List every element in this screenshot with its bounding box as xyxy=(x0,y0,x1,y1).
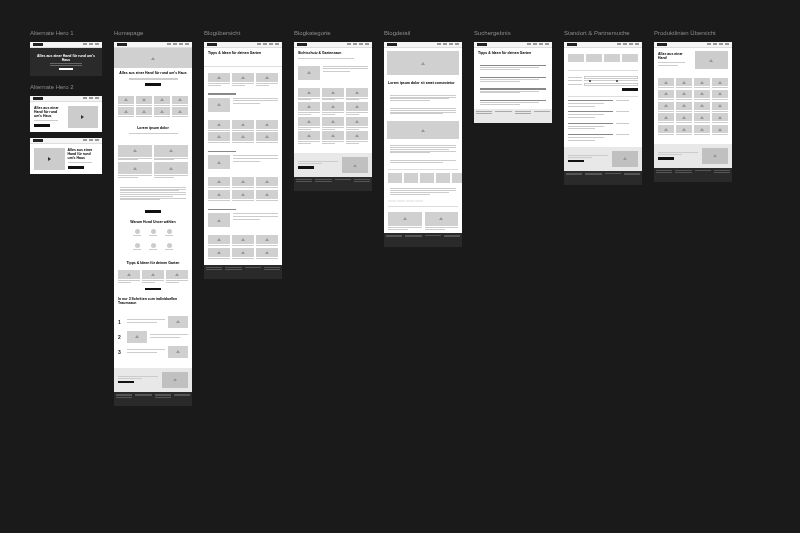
blog-card[interactable] xyxy=(256,177,278,188)
blog-card[interactable] xyxy=(208,120,230,131)
product-card[interactable] xyxy=(172,107,188,117)
product-card[interactable] xyxy=(658,125,674,135)
product-card[interactable] xyxy=(694,90,710,100)
tag[interactable] xyxy=(406,200,414,202)
search-result[interactable] xyxy=(474,85,552,97)
product-card[interactable] xyxy=(136,96,152,106)
search-result[interactable] xyxy=(474,74,552,86)
cta-button[interactable] xyxy=(145,288,161,291)
brand-logo[interactable] xyxy=(604,54,620,62)
related-post[interactable] xyxy=(388,212,422,230)
product-card[interactable] xyxy=(172,96,188,106)
image-carousel[interactable] xyxy=(384,171,462,185)
tag[interactable] xyxy=(415,200,423,202)
partner-result[interactable] xyxy=(564,132,642,143)
related-post[interactable] xyxy=(425,212,459,230)
carousel-item[interactable] xyxy=(404,173,418,183)
brand-logo[interactable] xyxy=(568,54,584,62)
blog-card[interactable] xyxy=(208,132,230,143)
blog-card[interactable] xyxy=(142,270,164,283)
product-card[interactable] xyxy=(658,90,674,100)
product-card[interactable] xyxy=(658,78,674,88)
blog-card[interactable] xyxy=(232,235,254,246)
search-result[interactable] xyxy=(474,62,552,74)
carousel-item[interactable] xyxy=(436,173,450,183)
featured-post[interactable] xyxy=(204,96,282,114)
carousel-item[interactable] xyxy=(452,173,462,183)
blog-card[interactable] xyxy=(256,190,278,201)
blog-card[interactable] xyxy=(232,190,254,201)
search-button[interactable] xyxy=(622,88,638,91)
cta-button[interactable] xyxy=(145,210,161,213)
artboard-alt-hero-3[interactable]: Alles aus einer Hand für rund um's Haus xyxy=(30,138,102,174)
product-card[interactable] xyxy=(118,96,134,106)
product-card[interactable] xyxy=(694,113,710,123)
blog-card[interactable] xyxy=(346,131,368,144)
blog-card[interactable] xyxy=(346,102,368,115)
partner-result[interactable] xyxy=(564,98,642,109)
search-result[interactable] xyxy=(474,97,552,109)
blog-card[interactable] xyxy=(322,131,344,144)
product-card[interactable] xyxy=(118,107,134,117)
feature-card[interactable] xyxy=(118,145,152,161)
tab[interactable]: ··· xyxy=(218,61,220,64)
blog-card[interactable] xyxy=(166,270,188,283)
product-card[interactable] xyxy=(676,113,692,123)
blog-card[interactable] xyxy=(232,73,254,86)
product-card[interactable] xyxy=(712,125,728,135)
blog-card[interactable] xyxy=(232,132,254,143)
blog-card[interactable] xyxy=(256,248,278,259)
product-card[interactable] xyxy=(712,90,728,100)
product-card[interactable] xyxy=(658,113,674,123)
play-icon[interactable] xyxy=(48,157,51,161)
blog-card[interactable] xyxy=(298,117,320,130)
cta-button[interactable] xyxy=(145,83,161,86)
blog-card[interactable] xyxy=(322,102,344,115)
carousel-item[interactable] xyxy=(420,173,434,183)
cta-button[interactable] xyxy=(658,157,674,160)
product-card[interactable] xyxy=(712,78,728,88)
partner-result[interactable] xyxy=(564,109,642,120)
artboard-blog-detail[interactable]: Lorem ipsum dolor sit amet consectetur xyxy=(384,42,462,247)
product-card[interactable] xyxy=(658,102,674,112)
blog-card[interactable] xyxy=(346,88,368,101)
play-icon[interactable] xyxy=(81,115,84,119)
cta-button[interactable] xyxy=(298,166,314,169)
cta-button[interactable] xyxy=(118,381,134,384)
blog-card[interactable] xyxy=(346,117,368,130)
artboard-blog-overview[interactable]: Tipps & Ideen für deinen Garten ··· ··· … xyxy=(204,42,282,279)
artboard-products-overview[interactable]: Alles aus einer Hand xyxy=(654,42,732,182)
artboard-search-results[interactable]: Tipps & Ideen für deinen Garten xyxy=(474,42,552,123)
blog-card[interactable] xyxy=(298,88,320,101)
product-card[interactable] xyxy=(154,96,170,106)
blog-card[interactable] xyxy=(208,248,230,259)
brand-logo[interactable] xyxy=(586,54,602,62)
artboard-alt-hero-2[interactable]: Alles aus einer Hand für rund um's Haus xyxy=(30,96,102,132)
hero-cta[interactable] xyxy=(68,166,84,169)
tag[interactable] xyxy=(397,200,405,202)
product-card[interactable] xyxy=(694,102,710,112)
hero-cta[interactable] xyxy=(34,124,50,127)
product-card[interactable] xyxy=(694,78,710,88)
cta-button[interactable] xyxy=(568,160,584,163)
blog-card[interactable] xyxy=(256,120,278,131)
blog-card[interactable] xyxy=(118,270,140,283)
tab[interactable]: ··· xyxy=(208,61,210,64)
featured-post[interactable] xyxy=(204,211,282,229)
product-card[interactable] xyxy=(154,107,170,117)
blog-card[interactable] xyxy=(232,177,254,188)
product-card[interactable] xyxy=(676,78,692,88)
artboard-blog-category[interactable]: Sichtschutz & Gartenzaun xyxy=(294,42,372,191)
blog-card[interactable] xyxy=(256,235,278,246)
tag[interactable] xyxy=(388,200,396,202)
location-input[interactable] xyxy=(584,76,638,79)
blog-card[interactable] xyxy=(322,88,344,101)
blog-card[interactable] xyxy=(232,120,254,131)
featured-post[interactable] xyxy=(294,64,372,82)
product-card[interactable] xyxy=(676,102,692,112)
blog-card[interactable] xyxy=(298,131,320,144)
product-card[interactable] xyxy=(676,125,692,135)
product-card[interactable] xyxy=(676,90,692,100)
blog-card[interactable] xyxy=(256,73,278,86)
artboard-homepage[interactable]: Alles aus einer Hand für rund um's Haus xyxy=(114,42,192,406)
